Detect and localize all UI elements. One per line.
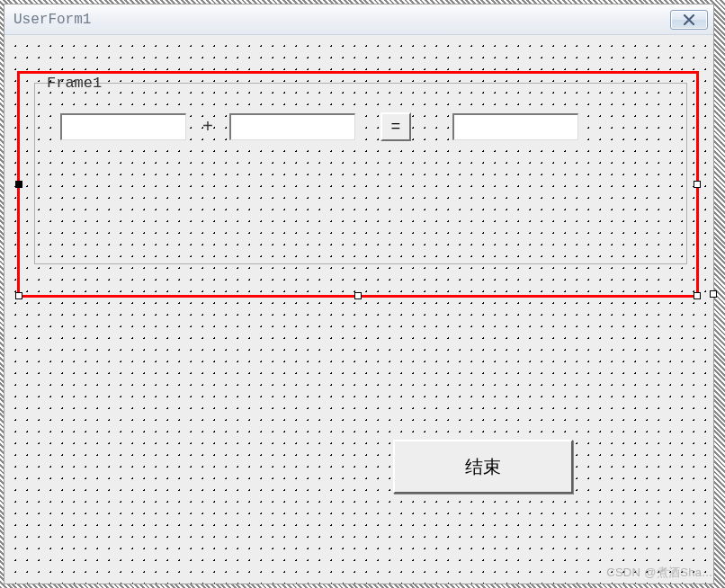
operand2-input[interactable]: [229, 113, 355, 140]
resize-handle-bottom-right[interactable]: [694, 292, 701, 299]
end-button-label: 结束: [465, 455, 501, 479]
resize-handle-right[interactable]: [694, 181, 701, 188]
close-icon: [683, 14, 695, 25]
resize-handle-bottom-mid[interactable]: [354, 292, 362, 299]
userform-window: UserForm1 Frame1 + =: [4, 4, 714, 584]
frame1-groupbox[interactable]: Frame1 + =: [34, 83, 687, 264]
design-surface[interactable]: Frame1 + = 结束: [4, 35, 713, 584]
end-button[interactable]: 结束: [393, 440, 573, 494]
operand1-input[interactable]: [60, 113, 186, 140]
equals-button[interactable]: =: [380, 112, 411, 141]
resize-handle-left[interactable]: [15, 181, 22, 188]
equals-label: =: [391, 118, 401, 136]
resize-handle-bottom-left[interactable]: [15, 292, 22, 299]
titlebar[interactable]: UserForm1: [4, 4, 713, 35]
frame-caption: Frame1: [44, 75, 104, 92]
plus-label: +: [186, 117, 229, 138]
close-button[interactable]: [670, 10, 708, 30]
form-resize-handle-right[interactable]: [710, 290, 717, 298]
frame-selection[interactable]: Frame1 + =: [17, 71, 699, 298]
result-input[interactable]: [452, 113, 578, 140]
window-title: UserForm1: [13, 12, 91, 28]
frame-content: + =: [35, 112, 686, 141]
